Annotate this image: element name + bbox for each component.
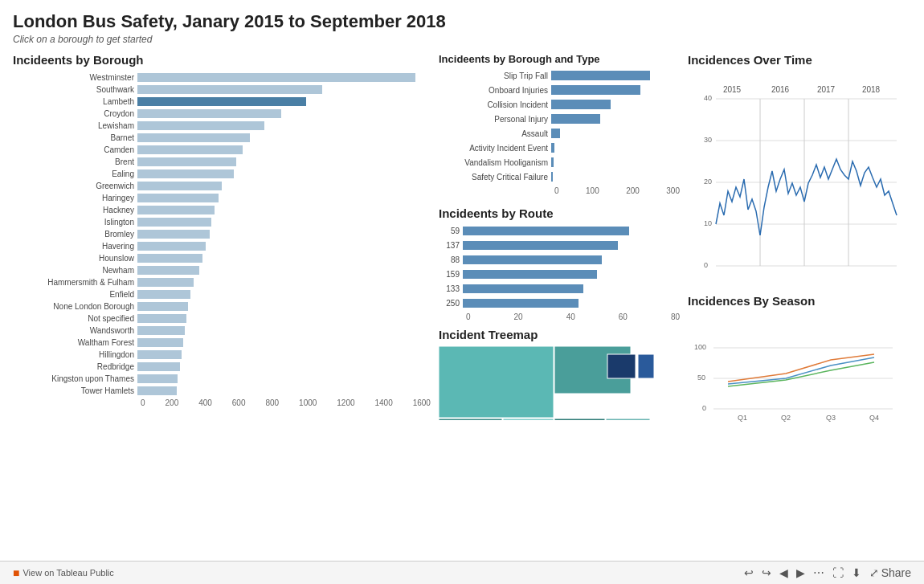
bar[interactable]: [137, 386, 177, 395]
type-bar[interactable]: [551, 100, 611, 109]
bar-row[interactable]: Tower Hamlets: [13, 385, 431, 396]
bar-row[interactable]: Not specified: [13, 312, 431, 324]
route-bar[interactable]: [463, 241, 618, 250]
type-bar[interactable]: [551, 129, 560, 138]
share-icon[interactable]: ⤢ Share: [869, 566, 911, 579]
bar[interactable]: [137, 133, 250, 142]
bar[interactable]: [137, 121, 264, 130]
bar-row[interactable]: Croydon: [13, 108, 431, 119]
bar-row[interactable]: Kingston upon Thames: [13, 373, 431, 384]
season-chart: 0 50 100 Q1 Q2 Q3 Q4: [688, 316, 901, 428]
bar[interactable]: [137, 182, 222, 190]
type-bar[interactable]: [551, 172, 553, 182]
bar[interactable]: [137, 157, 236, 166]
bar[interactable]: [137, 302, 188, 311]
bar-label: None London Borough: [13, 302, 137, 311]
redo-icon[interactable]: ↪: [762, 566, 771, 579]
bar[interactable]: [137, 266, 199, 275]
bar-row[interactable]: Redbridge: [13, 361, 431, 372]
bar[interactable]: [137, 338, 183, 347]
bar[interactable]: [137, 230, 210, 239]
back-icon[interactable]: ◀: [779, 566, 788, 579]
bar-row[interactable]: Hackney: [13, 204, 431, 215]
bar-row[interactable]: Lewisham: [13, 120, 431, 131]
bar-row[interactable]: Islington: [13, 216, 431, 227]
bar-row[interactable]: Havering: [13, 240, 431, 251]
bar[interactable]: [137, 290, 190, 299]
route-bar[interactable]: [463, 299, 579, 308]
type-x-label: 200: [626, 186, 640, 195]
type-bar[interactable]: [551, 143, 554, 153]
bar[interactable]: [137, 254, 202, 263]
bar-row[interactable]: Newham: [13, 264, 431, 276]
type-label: Collision Incident: [439, 100, 551, 109]
type-bar[interactable]: [551, 114, 600, 124]
bar-container: [137, 350, 431, 359]
bar[interactable]: [137, 85, 322, 94]
bar[interactable]: [137, 362, 180, 371]
bar[interactable]: [137, 350, 182, 359]
bar-row[interactable]: Haringey: [13, 192, 431, 203]
bar[interactable]: [137, 169, 234, 178]
treemap-area[interactable]: [439, 346, 672, 420]
tableau-icon: ■: [13, 566, 19, 579]
route-bar[interactable]: [463, 227, 629, 235]
bar[interactable]: [137, 73, 415, 82]
bar-row[interactable]: Enfield: [13, 288, 431, 300]
route-x-label: 80: [671, 312, 680, 321]
download-icon[interactable]: ⬇: [852, 566, 861, 579]
bar[interactable]: [137, 194, 219, 202]
bar-row[interactable]: Lambeth: [13, 96, 431, 107]
bar-label: Bromley: [13, 230, 137, 239]
bar[interactable]: [137, 109, 281, 118]
bar[interactable]: [137, 278, 194, 287]
svg-text:0: 0: [702, 404, 706, 412]
bar-label: Not specified: [13, 314, 137, 323]
forward-icon[interactable]: ▶: [796, 566, 805, 579]
bar-row[interactable]: Wandsworth: [13, 325, 431, 336]
bar-row[interactable]: None London Borough: [13, 300, 431, 312]
bar-row[interactable]: Southwark: [13, 84, 431, 95]
bar[interactable]: [137, 314, 186, 323]
bar[interactable]: [137, 206, 215, 214]
bar-container: [137, 362, 431, 371]
type-bar-container: [551, 129, 680, 138]
fullscreen-icon[interactable]: ⛶: [832, 566, 844, 579]
type-bar[interactable]: [551, 71, 650, 80]
bar-label: Wandsworth: [13, 326, 137, 335]
bar-row[interactable]: Westminster: [13, 71, 431, 83]
type-x-label: 300: [666, 186, 680, 195]
type-bar[interactable]: [551, 85, 640, 95]
bar[interactable]: [137, 374, 178, 383]
route-bar[interactable]: [463, 284, 583, 293]
bar-row[interactable]: Brent: [13, 156, 431, 167]
bar[interactable]: [137, 145, 243, 154]
route-bar[interactable]: [463, 270, 597, 279]
bar-row[interactable]: Hammersmith & Fulham: [13, 276, 431, 288]
route-bar[interactable]: [463, 255, 602, 264]
bar-row[interactable]: Waltham Forest: [13, 337, 431, 348]
bar[interactable]: [137, 242, 206, 251]
svg-rect-5: [606, 419, 650, 420]
route-x-label: 40: [566, 312, 575, 321]
bar-row[interactable]: Ealing: [13, 168, 431, 179]
bar-row[interactable]: Greenwich: [13, 180, 431, 191]
bar-label: Hillingdon: [13, 350, 137, 359]
bar[interactable]: [137, 218, 211, 227]
bar-row[interactable]: Barnet: [13, 132, 431, 143]
bar-row[interactable]: Camden: [13, 144, 431, 155]
route-x-label: 0: [466, 312, 471, 321]
middle-panel: Incideents by Borough and Type Slip Trip…: [439, 53, 680, 431]
bar-row[interactable]: Hounslow: [13, 252, 431, 263]
bar-row[interactable]: Hillingdon: [13, 349, 431, 360]
tableau-logo[interactable]: ■ View on Tableau Public: [13, 566, 114, 579]
type-bar[interactable]: [551, 157, 554, 167]
bar-row[interactable]: Bromley: [13, 228, 431, 239]
bar[interactable]: [137, 97, 306, 106]
bar-label: Enfield: [13, 290, 137, 299]
bar[interactable]: [137, 326, 185, 335]
svg-text:40: 40: [704, 94, 712, 102]
x-axis-label: 0: [141, 398, 145, 407]
more-icon[interactable]: ⋯: [813, 566, 824, 579]
undo-icon[interactable]: ↩: [744, 566, 754, 579]
